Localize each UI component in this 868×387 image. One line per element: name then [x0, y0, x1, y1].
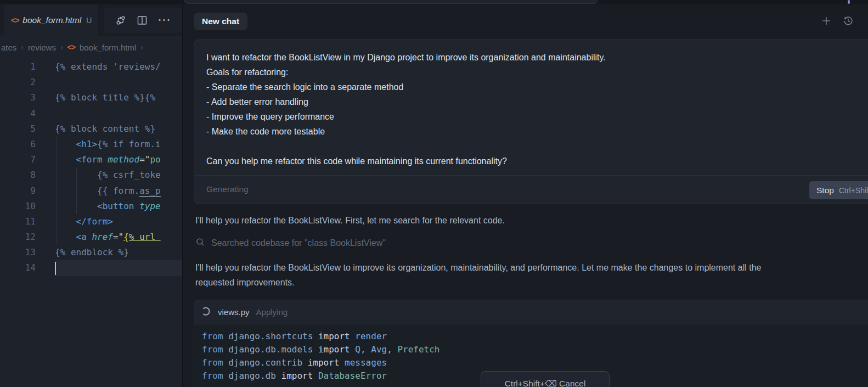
- line-number: 2: [0, 75, 36, 90]
- stop-button[interactable]: Stop Ctrl+Shift+⌫: [809, 181, 868, 199]
- indent-guide: [57, 137, 57, 245]
- message-line: [206, 139, 868, 154]
- line-number: 6: [0, 137, 36, 152]
- tool-call-text: Searched codebase for "class BookListVie…: [211, 238, 386, 248]
- message-line: Goals for refactoring:: [206, 65, 868, 80]
- code-line: 6 <h1>{% if form.i: [0, 137, 182, 152]
- stop-shortcut: Ctrl+Shift+⌫: [839, 186, 868, 195]
- line-number: 7: [0, 152, 36, 167]
- line-number: 11: [0, 214, 36, 229]
- breadcrumb-item[interactable]: ates: [1, 43, 16, 52]
- spinner-icon: [199, 305, 214, 319]
- command-palette-box[interactable]: [184, 0, 598, 4]
- message-line: Can you help me refactor this code while…: [206, 154, 868, 169]
- assistant-paragraph-1: I'll help you refactor the BookListView.…: [195, 213, 868, 228]
- code-line: 8 {% csrf_toke: [0, 167, 182, 183]
- line-number: 8: [0, 167, 36, 183]
- line-number: 10: [0, 199, 36, 214]
- line-number: 14: [0, 260, 36, 276]
- breadcrumb-item[interactable]: book_form.html: [80, 43, 136, 52]
- code-editor[interactable]: 1{% extends 'reviews/2 3{% block title %…: [0, 59, 182, 387]
- code-line: 7 <form method="po: [0, 152, 182, 167]
- file-tab[interactable]: <> book_form.html U: [4, 4, 98, 36]
- code-line: 4: [0, 106, 182, 121]
- chat-header: New chat: [183, 4, 868, 38]
- code-line: 5{% block content %}: [0, 121, 182, 137]
- tab-filename: book_form.html: [22, 15, 81, 25]
- line-number: 13: [0, 245, 36, 260]
- code-line: 14: [0, 260, 182, 276]
- message-line: - Improve the query performance: [206, 109, 868, 124]
- editor-actions: ···: [104, 8, 182, 33]
- history-icon[interactable]: [843, 15, 854, 29]
- chat-panel: New chat I want to refactor the BookList…: [182, 4, 868, 387]
- git-status-badge: U: [86, 16, 92, 25]
- code-line: 2: [0, 75, 182, 90]
- more-actions-icon[interactable]: ···: [159, 15, 172, 26]
- editor-pane: <> book_form.html U ··· ates›reviews›<>b…: [0, 4, 182, 387]
- user-message-card: I want to refactor the BookListView in m…: [194, 40, 868, 204]
- breadcrumb-item[interactable]: reviews: [28, 43, 56, 52]
- title-bar: [0, 0, 868, 4]
- code-line: 9 {{ form.as_p: [0, 183, 182, 199]
- html-file-icon: <>: [67, 43, 75, 52]
- line-number: 9: [0, 183, 36, 199]
- indent-guide: [76, 167, 77, 214]
- line-number: 4: [0, 106, 36, 121]
- line-number: 5: [0, 121, 36, 137]
- line-number: 12: [0, 229, 36, 245]
- message-line: I want to refactor the BookListView in m…: [206, 50, 868, 65]
- breadcrumb: ates›reviews›<>book_form.html›: [0, 36, 182, 58]
- tool-call-row[interactable]: Searched codebase for "class BookListVie…: [195, 237, 386, 249]
- user-message-text: I want to refactor the BookListView in m…: [194, 40, 868, 169]
- split-editor-icon[interactable]: [137, 15, 148, 26]
- assistant-paragraph-2-line2: requested improvements.: [195, 275, 868, 290]
- code-block-filename: views.py: [218, 307, 250, 317]
- chat-tab[interactable]: New chat: [194, 13, 247, 30]
- code-line: from django.contrib import messages: [202, 356, 868, 369]
- git-compare-icon[interactable]: [115, 15, 126, 26]
- new-chat-icon[interactable]: [821, 15, 832, 29]
- message-line: - Separate the search logic into a separ…: [206, 80, 868, 94]
- code-line: 12 <a href="{% url: [0, 229, 182, 245]
- code-line: 10 <button type: [0, 199, 182, 214]
- generating-status: Generating: [206, 184, 249, 194]
- message-line: - Add better error handling: [206, 94, 868, 109]
- message-line: - Make the code more testable: [206, 124, 868, 139]
- code-line: 3{% block title %}{%: [0, 90, 182, 105]
- message-footer: Generating Stop Ctrl+Shift+⌫: [194, 175, 868, 204]
- code-block-status: Applying: [256, 307, 288, 317]
- cancel-shortcut-button[interactable]: Ctrl+Shift+⌫ Cancel: [481, 371, 610, 387]
- code-line: from django.shortcuts import render: [202, 330, 868, 343]
- tab-bar: <> book_form.html U ···: [0, 4, 182, 36]
- text-cursor: [55, 262, 56, 275]
- code-line: 1{% extends 'reviews/: [0, 59, 182, 75]
- code-line: from django.db.models import Q, Avg, Pre…: [202, 343, 868, 356]
- code-line: 13{% endblock %}: [0, 245, 182, 260]
- code-line: 11 </form>: [0, 214, 182, 229]
- assistant-paragraph-2-line1: I'll help you refactor the BookListView …: [195, 260, 868, 276]
- code-block-header[interactable]: views.py Applying: [194, 300, 868, 324]
- line-number: 1: [0, 59, 36, 75]
- line-number: 3: [0, 90, 36, 105]
- search-icon: [195, 237, 205, 249]
- html-file-icon: <>: [11, 16, 19, 25]
- accent-dot: [848, 0, 850, 4]
